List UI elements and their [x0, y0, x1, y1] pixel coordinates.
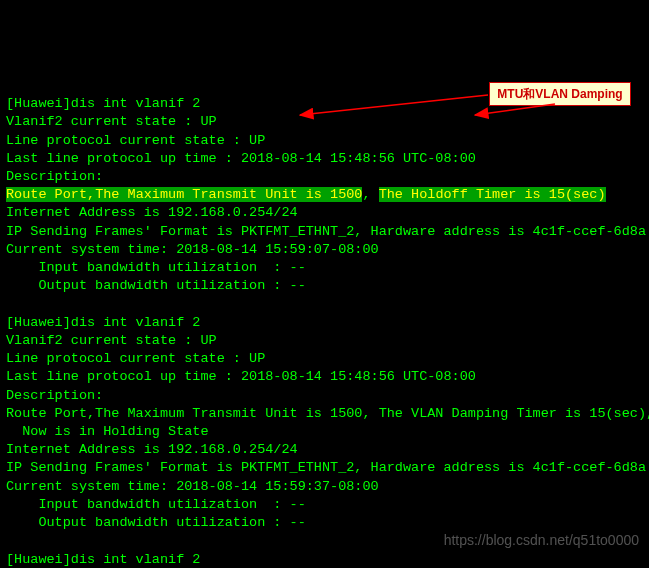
hl-route-port: Route Port,: [6, 187, 95, 202]
line: Current system time: 2018-08-14 15:59:07…: [6, 242, 379, 257]
line: Vlanif2 current state : UP: [6, 333, 217, 348]
comma: ,: [362, 187, 378, 202]
line: Line protocol current state : UP: [6, 351, 265, 366]
line: [Huawei]dis int vlanif 2: [6, 315, 200, 330]
line: Line protocol current state : UP: [6, 133, 265, 148]
highlighted-line: Route Port,The Maximum Transmit Unit is …: [6, 187, 606, 202]
hl-holdoff: The Holdoff Timer is 15(sec): [379, 187, 606, 202]
line: Input bandwidth utilization : --: [6, 497, 306, 512]
line: Now is in Holding State: [6, 424, 209, 439]
line: Input bandwidth utilization : --: [6, 260, 306, 275]
callout-label: MTU和VLAN Damping: [489, 82, 631, 106]
line: Last line protocol up time : 2018-08-14 …: [6, 369, 476, 384]
line: Last line protocol up time : 2018-08-14 …: [6, 151, 476, 166]
line: [Huawei]dis int vlanif 2: [6, 96, 200, 111]
line: Internet Address is 192.168.0.254/24: [6, 442, 298, 457]
line: Output bandwidth utilization : --: [6, 278, 306, 293]
terminal-output: [Huawei]dis int vlanif 2 Vlanif2 current…: [0, 73, 649, 568]
line: Current system time: 2018-08-14 15:59:37…: [6, 479, 379, 494]
line: Route Port,The Maximum Transmit Unit is …: [6, 406, 649, 421]
line: Description:: [6, 169, 103, 184]
line: Output bandwidth utilization : --: [6, 515, 306, 530]
line: IP Sending Frames' Format is PKTFMT_ETHN…: [6, 224, 646, 239]
watermark-text: https://blog.csdn.net/q51to0000: [444, 531, 639, 550]
line: [Huawei]dis int vlanif 2: [6, 552, 200, 567]
line: IP Sending Frames' Format is PKTFMT_ETHN…: [6, 460, 646, 475]
line: Description:: [6, 388, 103, 403]
hl-mtu: The Maximum Transmit Unit is 1500: [95, 187, 362, 202]
line: Vlanif2 current state : UP: [6, 114, 217, 129]
line: Internet Address is 192.168.0.254/24: [6, 205, 298, 220]
